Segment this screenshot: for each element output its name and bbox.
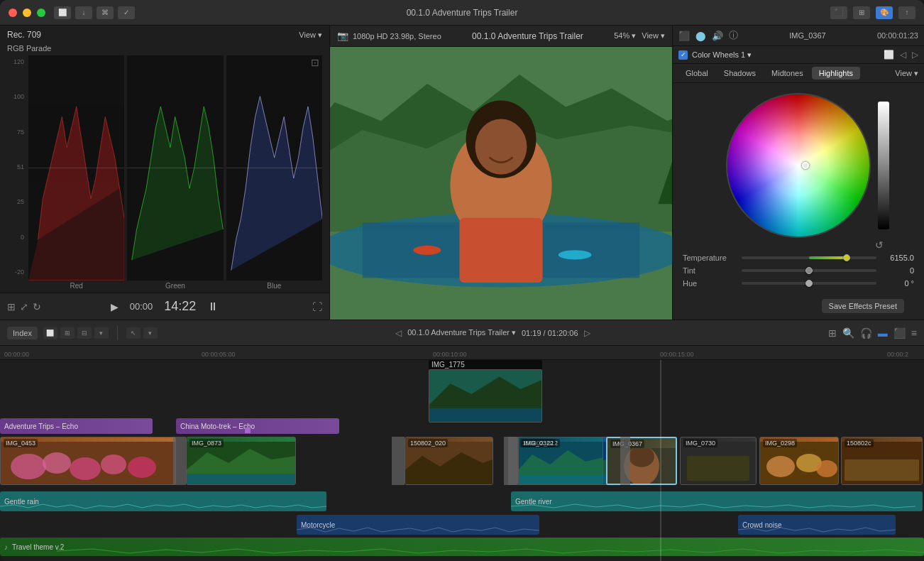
pause-button[interactable]: ⏸ bbox=[207, 300, 219, 313]
svg-point-24 bbox=[101, 454, 126, 474]
clip-img0322[interactable]: IMG_0322 bbox=[518, 437, 603, 485]
filmstrip-icon[interactable]: ⬜ bbox=[43, 327, 57, 339]
playhead[interactable] bbox=[660, 360, 661, 561]
color-wheel-container[interactable]: ↺ bbox=[673, 83, 924, 248]
y-axis: 120 100 75 51 25 0 -20 bbox=[7, 55, 24, 290]
transition-5[interactable] bbox=[620, 437, 630, 485]
enable-checkbox[interactable]: ✓ bbox=[678, 50, 688, 60]
tint-thumb[interactable] bbox=[805, 267, 813, 274]
color-tab-view[interactable]: View ▾ bbox=[895, 69, 918, 78]
left-arrow-icon[interactable]: ◁ bbox=[900, 50, 906, 60]
color-dot-icon[interactable]: ⬤ bbox=[695, 31, 706, 41]
audio-icon[interactable]: 🔊 bbox=[712, 31, 723, 41]
right-controls: ⛶ bbox=[312, 301, 322, 312]
minimize-button[interactable] bbox=[23, 9, 31, 17]
preview-title: 00.1.0 Adventure Trips Trailer bbox=[472, 31, 583, 41]
fullscreen-icon[interactable]: ⛶ bbox=[312, 301, 322, 312]
nav-right-btn[interactable]: ▷ bbox=[584, 328, 590, 338]
export-icon[interactable]: ⊡ bbox=[311, 57, 319, 68]
grid-icon[interactable]: ⊞ bbox=[853, 6, 870, 19]
layout-ctrl-icon[interactable]: ⊞ bbox=[7, 301, 16, 312]
brightness-bar[interactable] bbox=[878, 102, 889, 229]
clip-150802c[interactable]: 150802c bbox=[841, 437, 923, 485]
separator bbox=[117, 326, 118, 340]
index-button[interactable]: Index bbox=[7, 327, 38, 339]
svg-rect-19 bbox=[429, 408, 541, 422]
tab-midtones[interactable]: Midtones bbox=[764, 67, 810, 80]
transform-icon[interactable]: ⤢ bbox=[20, 301, 28, 312]
view-menu[interactable]: View ▾ bbox=[642, 31, 665, 40]
svg-rect-16 bbox=[459, 218, 542, 283]
list-icon[interactable]: ⊞ bbox=[60, 327, 75, 339]
clip-img0367[interactable]: IMG_0367 bbox=[606, 437, 677, 485]
red-channel bbox=[28, 55, 124, 280]
info-icon[interactable]: ⓘ bbox=[729, 29, 738, 42]
clip-img0298[interactable]: IMG_0298 bbox=[759, 437, 839, 485]
purple-track-1: Adventure Trips – Echo bbox=[0, 418, 153, 434]
svg-rect-47 bbox=[845, 459, 919, 481]
tint-track[interactable] bbox=[742, 269, 876, 272]
monitor-icon[interactable]: ⬛ bbox=[678, 31, 690, 41]
tab-global[interactable]: Global bbox=[678, 67, 715, 80]
headphone-icon[interactable]: 🎧 bbox=[860, 327, 872, 339]
clip-name: IMG_0367 bbox=[744, 31, 871, 40]
temperature-thumb[interactable] bbox=[843, 254, 850, 261]
select-tool[interactable]: ↖ bbox=[126, 327, 141, 339]
role-icon[interactable]: ⬛ bbox=[893, 327, 906, 339]
waveform-view-button[interactable]: View ▾ bbox=[299, 31, 322, 40]
fade-icon[interactable]: ▬ bbox=[878, 327, 888, 339]
download-icon[interactable]: ↓ bbox=[75, 6, 92, 19]
copy-icon[interactable]: ⬜ bbox=[884, 50, 894, 60]
add-track-icon[interactable]: ⊞ bbox=[828, 327, 837, 339]
hue-value: 0 ° bbox=[882, 279, 914, 288]
traffic-lights[interactable] bbox=[9, 9, 45, 17]
clip-img0730[interactable]: IMG_0730 bbox=[680, 437, 757, 485]
svg-rect-41 bbox=[687, 456, 749, 481]
transition-1[interactable] bbox=[173, 437, 186, 485]
check-icon[interactable]: ✓ bbox=[118, 6, 135, 19]
grid-icon2[interactable]: ⊟ bbox=[77, 327, 92, 339]
zoom-level[interactable]: 54% ▾ bbox=[614, 31, 636, 40]
hue-track[interactable] bbox=[742, 282, 876, 285]
ruler-0: 00:00:00 bbox=[4, 351, 29, 358]
color-wheel-wrapper[interactable]: ↺ bbox=[727, 94, 869, 236]
export-icon[interactable]: ↑ bbox=[898, 6, 915, 19]
transition-4[interactable] bbox=[508, 437, 518, 485]
tool-icons: ↖ ▾ bbox=[126, 327, 158, 339]
clip-img0453[interactable]: IMG_0453 bbox=[0, 437, 176, 485]
color-icon[interactable]: 🎨 bbox=[876, 6, 893, 19]
transition-2[interactable] bbox=[392, 437, 405, 485]
floating-clip-label: IMG_1775 bbox=[429, 360, 542, 369]
clip-appearance-icon[interactable]: ≡ bbox=[911, 327, 917, 339]
select-dropdown[interactable]: ▾ bbox=[143, 327, 158, 339]
sidebar-toggle-icon[interactable]: ⬜ bbox=[54, 6, 71, 19]
hue-thumb[interactable] bbox=[805, 280, 813, 287]
rotate-icon[interactable]: ↻ bbox=[33, 301, 41, 312]
layout-icon[interactable]: ⬛ bbox=[830, 6, 847, 19]
purple-track-2: China Moto-trek – Echo bbox=[176, 418, 339, 434]
colorspace-label: Rec. 709 bbox=[7, 30, 41, 40]
audio-gentle-rain: Gentle rain bbox=[0, 491, 326, 511]
timeline-clip-name: 00.1.0 Adventure Trips Trailer ▾ bbox=[407, 328, 516, 337]
title-text: 00.1.0 Adventure Trips Trailer bbox=[407, 8, 518, 18]
clip-img0873[interactable]: IMG_0873 bbox=[186, 437, 296, 485]
zoom-in-icon[interactable]: 🔍 bbox=[842, 327, 854, 339]
play-button[interactable]: ▶ bbox=[111, 301, 119, 312]
key-icon[interactable]: ⌘ bbox=[97, 6, 114, 19]
clip-150802-020[interactable]: 150802_020 bbox=[405, 437, 493, 485]
tab-highlights[interactable]: Highlights bbox=[812, 67, 860, 80]
reset-icon[interactable]: ↺ bbox=[875, 239, 884, 251]
nav-left-btn[interactable]: ◁ bbox=[395, 328, 402, 338]
expand-icon[interactable]: ▾ bbox=[94, 327, 109, 339]
color-indicator[interactable] bbox=[802, 162, 809, 169]
temperature-track[interactable] bbox=[742, 256, 876, 259]
maximize-button[interactable] bbox=[37, 9, 45, 17]
save-preset-button[interactable]: Save Effects Preset bbox=[822, 299, 904, 313]
hue-label: Hue bbox=[683, 279, 736, 288]
right-arrow-icon[interactable]: ▷ bbox=[912, 50, 918, 60]
tab-shadows[interactable]: Shadows bbox=[717, 67, 763, 80]
close-button[interactable] bbox=[9, 9, 17, 17]
floating-clip: IMG_1775 bbox=[429, 360, 542, 423]
color-wheel[interactable] bbox=[727, 94, 869, 236]
current-time: 00:00 bbox=[130, 301, 153, 312]
